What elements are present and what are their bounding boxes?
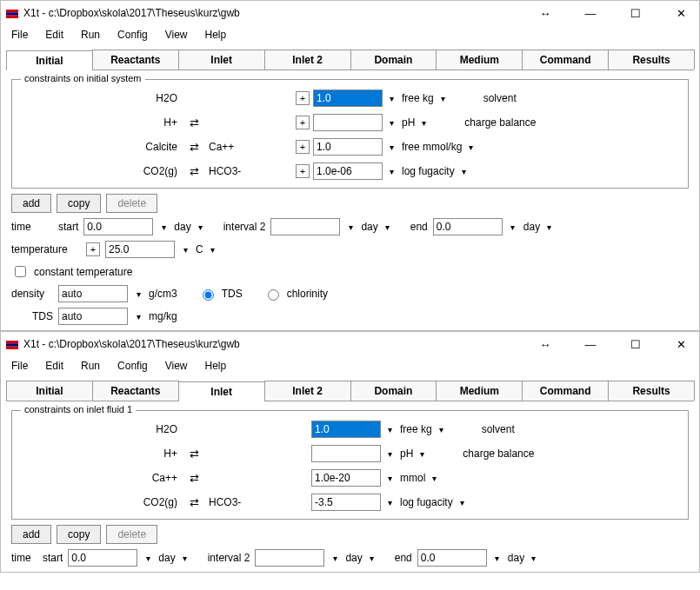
tab-results[interactable]: Results [608,381,695,401]
density-caret[interactable]: ▾ [133,289,143,299]
value-input[interactable] [313,162,383,180]
tds-radio[interactable] [203,289,214,301]
unit-caret[interactable]: ▾ [418,449,424,459]
unit-label[interactable]: pH [400,116,417,129]
tab-results[interactable]: Results [608,50,695,70]
temp-caret[interactable]: ▾ [180,245,190,255]
delete-button[interactable]: delete [106,194,157,213]
unit-caret[interactable]: ▾ [545,222,551,232]
unit-label[interactable]: free kg [400,92,436,104]
tab-inlet[interactable]: Inlet [178,381,265,401]
menu-run[interactable]: Run [74,358,107,374]
interval-input[interactable] [255,549,324,567]
menu-help[interactable]: Help [198,27,234,43]
unit-label[interactable]: pH [398,447,415,460]
unit-label[interactable]: free kg [398,423,434,435]
tds-input[interactable] [58,308,128,325]
menu-config[interactable]: Config [110,358,155,374]
end-input[interactable] [433,218,503,235]
unit-caret[interactable]: ▾ [197,222,203,232]
delete-button[interactable]: delete [106,525,157,544]
unit-caret[interactable]: ▾ [458,498,464,507]
start-caret[interactable]: ▾ [143,554,153,563]
value-input[interactable] [311,494,381,511]
unit-label[interactable]: log fugacity [400,165,457,177]
menu-view[interactable]: View [158,27,195,43]
value-input[interactable] [311,421,381,438]
swap-icon[interactable]: ⇄ [186,496,202,509]
unit-caret[interactable]: ▾ [530,554,536,563]
value-input[interactable] [311,469,381,487]
chlorinity-radio[interactable] [268,289,279,301]
menu-file[interactable]: File [4,27,35,43]
plus-button[interactable]: + [86,242,100,256]
temperature-unit[interactable]: C [196,243,203,255]
swap-icon[interactable]: ⇄ [186,447,202,461]
plus-button[interactable]: + [296,91,310,105]
plus-button[interactable]: + [296,116,310,129]
interval-unit[interactable]: day [345,552,362,564]
add-button[interactable]: add [11,525,51,544]
start-caret[interactable]: ▾ [158,222,169,232]
tab-domain[interactable]: Domain [350,50,437,70]
menu-run[interactable]: Run [74,27,107,43]
interval-caret[interactable]: ▾ [330,554,340,563]
menu-edit[interactable]: Edit [38,358,70,374]
value-menu-caret[interactable]: ▾ [384,474,395,483]
value-menu-caret[interactable]: ▾ [386,167,397,176]
end-unit[interactable]: day [523,221,540,233]
tab-reactants[interactable]: Reactants [92,381,179,401]
swap-icon[interactable]: ⇄ [186,116,202,129]
value-input[interactable] [313,114,383,131]
maximize-button[interactable]: ☐ [623,4,649,22]
menu-config[interactable]: Config [110,27,155,43]
interval-input[interactable] [270,218,340,235]
tab-medium[interactable]: Medium [436,50,523,70]
maximize-button[interactable]: ☐ [623,335,649,353]
end-caret[interactable]: ▾ [508,222,518,232]
start-unit[interactable]: day [158,552,175,564]
start-input[interactable] [68,549,137,567]
unit-caret[interactable]: ▾ [467,143,473,152]
restore-arrows-icon[interactable]: ↔ [532,4,558,22]
tab-medium[interactable]: Medium [436,381,523,401]
value-input[interactable] [313,89,383,107]
unit-caret[interactable]: ▾ [430,474,437,483]
add-button[interactable]: add [11,194,51,213]
unit-label[interactable]: free mmol/kg [400,141,463,153]
unit-caret[interactable]: ▾ [368,554,374,563]
unit-label[interactable]: log fugacity [398,496,455,508]
tab-domain[interactable]: Domain [350,381,437,401]
end-caret[interactable]: ▾ [492,554,503,563]
tab-reactants[interactable]: Reactants [92,50,179,70]
tab-inlet[interactable]: Inlet [178,50,265,70]
value-menu-caret[interactable]: ▾ [384,498,395,507]
copy-button[interactable]: copy [57,525,101,544]
menu-view[interactable]: View [158,358,195,374]
swap-icon[interactable]: ⇄ [186,165,202,178]
unit-caret[interactable]: ▾ [383,222,390,232]
interval-unit[interactable]: day [361,221,377,233]
swap-icon[interactable]: ⇄ [186,141,202,154]
end-unit[interactable]: day [508,552,524,564]
unit-caret[interactable]: ▾ [209,245,215,255]
tab-command[interactable]: Command [522,381,609,401]
value-menu-caret[interactable]: ▾ [386,143,397,152]
unit-caret[interactable]: ▾ [439,94,445,103]
unit-caret[interactable]: ▾ [437,425,443,434]
unit-caret[interactable]: ▾ [420,118,426,128]
menu-edit[interactable]: Edit [38,27,70,43]
unit-caret[interactable]: ▾ [460,167,466,176]
value-input[interactable] [311,445,381,462]
start-input[interactable] [83,218,153,235]
tab-inlet2[interactable]: Inlet 2 [264,50,351,70]
copy-button[interactable]: copy [57,194,101,213]
value-menu-caret[interactable]: ▾ [386,94,397,103]
constant-temperature-checkbox[interactable] [15,266,26,277]
unit-label[interactable]: mmol [398,472,427,484]
value-input[interactable] [313,138,383,156]
value-menu-caret[interactable]: ▾ [386,118,397,128]
density-input[interactable] [58,285,128,302]
swap-icon[interactable]: ⇄ [186,472,202,485]
close-button[interactable]: ✕ [668,4,694,22]
